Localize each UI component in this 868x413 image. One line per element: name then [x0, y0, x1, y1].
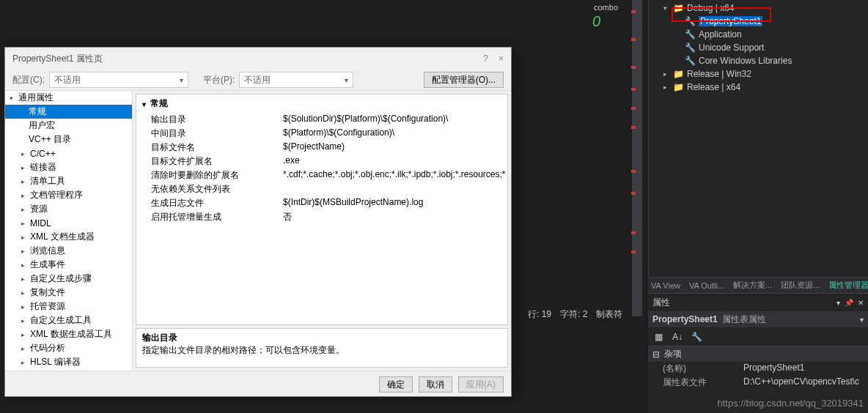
grid-row[interactable]: 目标文件名$(ProjectName) — [136, 141, 507, 155]
close-button[interactable]: × — [499, 53, 504, 64]
tree-node-application[interactable]: 🔧 Application — [649, 28, 868, 41]
tree-node-release-win32[interactable]: 📁 Release | Win32 — [649, 67, 868, 81]
tree-root[interactable]: 通用属性 — [5, 91, 132, 105]
apply-button[interactable]: 应用(A) — [458, 376, 504, 392]
tree-node-propertysheet1[interactable]: 🔧 PropertySheet1 — [649, 15, 868, 28]
wrench-icon: 🔧 — [684, 42, 696, 53]
dialog-titlebar[interactable]: PropertySheet1 属性页 ? × — [5, 48, 511, 70]
properties-subheader[interactable]: PropertySheet1 属性表属性 — [648, 311, 868, 327]
grid-row[interactable]: 生成日志文件$(IntDir)$(MSBuildProjectName).log — [136, 196, 507, 210]
help-button[interactable]: ? — [483, 53, 488, 64]
dropdown-icon[interactable] — [836, 297, 840, 308]
scroll-marker — [631, 38, 636, 41]
tab-team[interactable]: 团队资源... — [781, 280, 820, 291]
expand-icon[interactable] — [21, 275, 30, 283]
wrench-icon[interactable]: 🔧 — [689, 330, 704, 344]
tree-label: Release | x64 — [687, 82, 740, 92]
tab-solution[interactable]: 解决方案... — [733, 280, 772, 291]
alphabetize-button[interactable]: A↓ — [670, 330, 685, 344]
property-manager-panel: 📁 Debug | x64 🔧 PropertySheet1 🔧 Applica… — [648, 0, 868, 413]
grid-row[interactable]: 无依赖关系文件列表 — [136, 182, 507, 196]
properties-grid: 杂项 (名称) PropertySheet1 属性表文件 D:\C++\open… — [648, 346, 868, 390]
categorize-button[interactable]: ▦ — [651, 330, 666, 344]
tree-item[interactable]: XML 文档生成器 — [5, 230, 132, 244]
tree-node-corewin[interactable]: 🔧 Core Windows Libraries — [649, 54, 868, 67]
tree-item[interactable]: 自定义生成步骤 — [5, 272, 132, 286]
tree-item[interactable]: C/C++ — [5, 146, 132, 160]
tree-item[interactable]: 自定义生成工具 — [5, 313, 132, 327]
expand-icon[interactable] — [21, 206, 30, 213]
prop-value[interactable]: D:\C++\openCV\opencvTest\c — [743, 376, 864, 389]
tree-item[interactable]: HLSL 编译器 — [5, 355, 132, 369]
expand-icon[interactable] — [663, 4, 672, 12]
tree-item[interactable]: 复制文件 — [5, 286, 132, 299]
platform-label: 平台(P): — [203, 74, 235, 86]
tree-item[interactable]: MIDL — [5, 216, 132, 230]
expand-icon[interactable] — [21, 345, 30, 352]
grid-row[interactable]: 输出目录$(SolutionDir)$(Platform)\$(Configur… — [136, 113, 507, 127]
grid-row[interactable]: 清除时要删除的扩展名*.cdf;*.cache;*.obj;*.obj.enc;… — [136, 168, 507, 182]
expand-icon[interactable] — [21, 359, 30, 366]
cancel-button[interactable]: 取消 — [419, 376, 452, 392]
tree-item[interactable]: 浏览信息 — [5, 244, 132, 258]
grid-category[interactable]: 常规 — [136, 94, 507, 113]
expand-icon[interactable] — [21, 234, 30, 241]
expand-icon[interactable] — [21, 261, 30, 269]
expand-icon[interactable] — [21, 164, 30, 171]
platform-combobox[interactable]: 不适用 — [239, 72, 353, 88]
ok-button[interactable]: 确定 — [379, 376, 413, 392]
tree-label: Release | Win32 — [687, 69, 751, 79]
expand-icon[interactable] — [21, 289, 30, 297]
scroll-marker — [631, 88, 636, 91]
expand-icon[interactable] — [663, 83, 672, 91]
expand-icon[interactable] — [21, 220, 30, 227]
expand-icon[interactable] — [21, 192, 30, 199]
expand-icon[interactable] — [21, 150, 30, 157]
close-icon[interactable] — [858, 297, 864, 308]
expand-icon[interactable] — [10, 94, 18, 102]
config-combobox[interactable]: 不适用 — [49, 72, 188, 88]
pin-icon[interactable] — [845, 297, 853, 308]
tree-item[interactable]: VC++ 目录 — [5, 133, 132, 146]
scrollbar-track[interactable] — [632, 0, 642, 316]
tree-item[interactable]: 链接器 — [5, 160, 132, 174]
tree-item[interactable]: 生成事件 — [5, 258, 132, 272]
prop-value[interactable]: PropertySheet1 — [743, 362, 864, 375]
config-manager-button[interactable]: 配置管理器(O)... — [424, 72, 504, 88]
tree-item[interactable]: 托管资源 — [5, 299, 132, 313]
expand-icon[interactable] — [21, 317, 30, 324]
tree-item[interactable]: XML 数据生成器工具 — [5, 327, 132, 341]
wrench-icon: 🔧 — [684, 16, 696, 26]
dropdown-icon[interactable] — [860, 314, 864, 324]
grid-row[interactable]: 目标文件扩展名.exe — [136, 155, 507, 168]
tab-va-view[interactable]: VA View — [651, 281, 680, 290]
scroll-marker — [631, 126, 636, 129]
grid-row[interactable]: 启用托管增量生成否 — [136, 210, 507, 224]
scroll-marker — [631, 10, 636, 13]
properties-row[interactable]: 属性表文件 D:\C++\openCV\opencvTest\c — [648, 376, 868, 390]
tree-item[interactable]: 代码分析 — [5, 341, 132, 355]
grid-row[interactable]: 中间目录$(Platform)\$(Configuration)\ — [136, 127, 507, 141]
expand-icon[interactable] — [21, 248, 30, 255]
tree-node-debug-x64[interactable]: 📁 Debug | x64 — [649, 1, 868, 15]
properties-row[interactable]: (名称) PropertySheet1 — [648, 362, 868, 376]
properties-category[interactable]: 杂项 — [648, 346, 868, 362]
tree-item[interactable]: 文档管理程序 — [5, 188, 132, 202]
expand-icon[interactable] — [663, 70, 672, 78]
expand-icon[interactable] — [21, 331, 30, 338]
scroll-marker — [631, 66, 636, 69]
expand-icon[interactable] — [21, 303, 30, 310]
tree-item[interactable]: 清单工具 — [5, 174, 132, 188]
tree-item[interactable]: 资源 — [5, 202, 132, 216]
collapse-icon[interactable] — [142, 99, 146, 109]
tree-node-unicode[interactable]: 🔧 Unicode Support — [649, 41, 868, 54]
tree-item-general[interactable]: 常规 — [5, 105, 132, 119]
tab-property-manager[interactable]: 属性管理器 — [828, 280, 868, 291]
tab-va-outline[interactable]: VA Outli... — [689, 281, 724, 290]
expand-icon[interactable] — [21, 178, 30, 185]
collapse-icon[interactable] — [652, 349, 660, 360]
scroll-marker — [631, 170, 636, 173]
desc-body: 指定输出文件目录的相对路径；可以包含环境变量。 — [142, 344, 501, 357]
tree-node-release-x64[interactable]: 📁 Release | x64 — [649, 81, 868, 94]
tree-item[interactable]: 用户宏 — [5, 119, 132, 133]
